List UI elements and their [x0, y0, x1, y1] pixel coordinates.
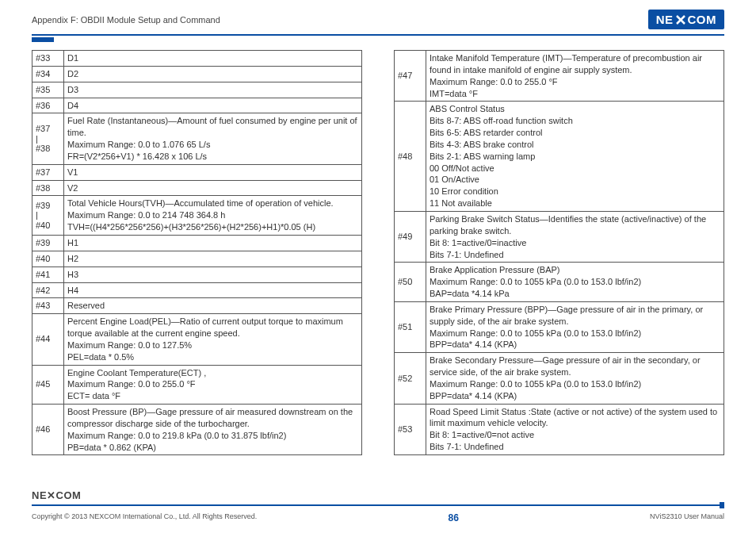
- row-description: Fuel Rate (Instantaneous)—Amount of fuel…: [64, 113, 362, 164]
- content-columns: #33D1#34D2#35D3#36D4#37|#38Fuel Rate (In…: [0, 42, 756, 455]
- table-row: #49Parking Brake Switch Status—Identifie…: [395, 211, 724, 262]
- row-index: #33: [32, 51, 64, 67]
- row-description: Brake Application Pressure (BAP)Maximum …: [426, 263, 724, 302]
- row-description: V2: [64, 180, 362, 196]
- table-row: #41H3: [32, 266, 362, 282]
- row-description: ABS Control StatusBits 8-7: ABS off-road…: [426, 102, 724, 212]
- table-row: #37|#38Fuel Rate (Instantaneous)—Amount …: [32, 113, 362, 164]
- page-header: Appendix F: OBDII Module Setup and Comma…: [0, 0, 756, 34]
- row-index: #48: [395, 102, 426, 212]
- row-index: #39: [32, 235, 64, 251]
- footer-rule: [32, 504, 724, 506]
- left-table: #33D1#34D2#35D3#36D4#37|#38Fuel Rate (In…: [32, 50, 362, 455]
- row-index: #37|#38: [32, 113, 64, 164]
- row-description: Brake Primary Pressure (BPP)—Gage pressu…: [426, 301, 724, 352]
- row-index: #41: [32, 266, 64, 282]
- logo-x-icon: ✕: [47, 489, 56, 501]
- row-index: #51: [395, 301, 426, 352]
- row-description: H3: [64, 266, 362, 282]
- row-index: #45: [32, 365, 64, 405]
- right-table: #47Intake Manifold Temperature (IMT)—Tem…: [394, 50, 724, 455]
- row-index: #49: [395, 211, 426, 262]
- row-description: Brake Secondary Pressure—Gage pressure o…: [426, 353, 724, 404]
- logo-x-icon: [674, 13, 687, 26]
- table-row: #50Brake Application Pressure (BAP)Maxim…: [395, 263, 724, 302]
- table-row: #35D3: [32, 82, 362, 98]
- table-row: #43Reserved: [32, 298, 362, 314]
- row-description: Boost Pressure (BP)—Gage pressure of air…: [64, 405, 362, 455]
- table-row: #42H4: [32, 282, 362, 298]
- row-index: #50: [395, 263, 426, 302]
- row-index: #43: [32, 298, 64, 314]
- table-row: #44Percent Engine Load(PEL)—Ratio of cur…: [32, 314, 362, 365]
- footer-logo: NE✕COM: [32, 489, 81, 501]
- table-row: #51Brake Primary Pressure (BPP)—Gage pre…: [395, 301, 724, 352]
- row-description: D4: [64, 98, 362, 113]
- row-index: #44: [32, 314, 64, 365]
- row-description: H4: [64, 282, 362, 298]
- left-column: #33D1#34D2#35D3#36D4#37|#38Fuel Rate (In…: [32, 50, 362, 455]
- row-description: Intake Manifold Temperature (IMT)—Temper…: [426, 51, 724, 102]
- table-row: #48ABS Control StatusBits 8-7: ABS off-r…: [395, 102, 724, 212]
- row-description: Reserved: [64, 298, 362, 314]
- row-index: #36: [32, 98, 64, 113]
- row-description: H2: [64, 251, 362, 266]
- row-index: #52: [395, 353, 426, 404]
- table-row: #53Road Speed Limit Status :State (activ…: [395, 404, 724, 454]
- table-row: #37V1: [32, 164, 362, 180]
- table-row: #45Engine Coolant Temperature(ECT) ,Maxi…: [32, 365, 362, 405]
- row-description: H1: [64, 235, 362, 251]
- row-description: Total Vehicle Hours(TVH)—Accumulated tim…: [64, 196, 362, 236]
- row-description: D1: [64, 51, 362, 67]
- row-index: #34: [32, 66, 64, 82]
- row-index: #40: [32, 251, 64, 266]
- page-number: 86: [449, 512, 459, 523]
- row-index: #35: [32, 82, 64, 98]
- header-title: Appendix F: OBDII Module Setup and Comma…: [32, 15, 220, 25]
- table-row: #52Brake Secondary Pressure—Gage pressur…: [395, 353, 724, 404]
- row-index: #46: [32, 405, 64, 455]
- table-row: #46Boost Pressure (BP)—Gage pressure of …: [32, 405, 362, 455]
- table-row: #34D2: [32, 66, 362, 82]
- row-description: Road Speed Limit Status :State (active o…: [426, 404, 724, 454]
- row-description: D2: [64, 66, 362, 82]
- right-column: #47Intake Manifold Temperature (IMT)—Tem…: [394, 50, 724, 455]
- row-index: #53: [395, 404, 426, 454]
- page-footer: Copyright © 2013 NEXCOM International Co…: [32, 512, 724, 523]
- row-description: V1: [64, 164, 362, 180]
- table-row: #40H2: [32, 251, 362, 266]
- header-rule: [32, 34, 724, 36]
- row-description: D3: [64, 82, 362, 98]
- table-row: #39H1: [32, 235, 362, 251]
- row-description: Parking Brake Switch Status—Identifies t…: [426, 211, 724, 262]
- row-index: #39|#40: [32, 196, 64, 236]
- row-index: #47: [395, 51, 426, 102]
- row-index: #42: [32, 282, 64, 298]
- row-index: #38: [32, 180, 64, 196]
- nexcom-logo: NE COM: [648, 10, 724, 29]
- row-index: #37: [32, 164, 64, 180]
- copyright-text: Copyright © 2013 NEXCOM International Co…: [32, 512, 257, 523]
- table-row: #36D4: [32, 98, 362, 113]
- row-description: Engine Coolant Temperature(ECT) ,Maximum…: [64, 365, 362, 405]
- table-row: #38V2: [32, 180, 362, 196]
- table-row: #33D1: [32, 51, 362, 67]
- row-description: Percent Engine Load(PEL)—Ratio of curren…: [64, 314, 362, 365]
- manual-name: NViS2310 User Manual: [650, 512, 724, 523]
- table-row: #47Intake Manifold Temperature (IMT)—Tem…: [395, 51, 724, 102]
- table-row: #39|#40Total Vehicle Hours(TVH)—Accumula…: [32, 196, 362, 236]
